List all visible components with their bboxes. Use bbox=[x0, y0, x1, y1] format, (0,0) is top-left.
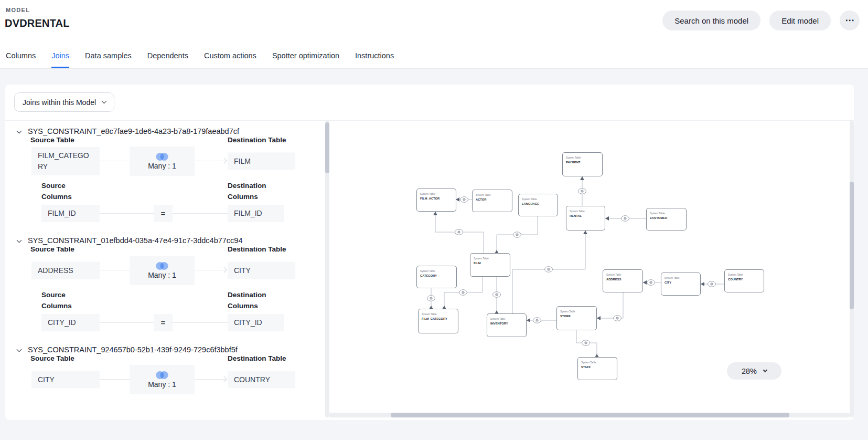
join-line bbox=[173, 213, 228, 214]
er-table-inventory[interactable]: System TableINVENTORY bbox=[487, 314, 527, 337]
join-constraint-name: SYS_CONSTRAINT_e8c7fae9-1de6-4a23-b7a8-1… bbox=[28, 127, 239, 135]
destination-table-value: COUNTRY bbox=[228, 371, 295, 389]
join-group: SYS_CONSTRAINT_924657b0-52b1-439f-9249-7… bbox=[17, 344, 313, 395]
destination-columns-label: Destination Columns bbox=[228, 181, 280, 203]
chevron-down-icon bbox=[763, 368, 767, 372]
er-connector-payment-rental bbox=[578, 176, 586, 206]
er-connector-category-film_category bbox=[427, 288, 435, 309]
chevron-down-icon bbox=[17, 237, 22, 243]
er-table-film_category[interactable]: System TableFILM_CATEGORY bbox=[419, 309, 458, 333]
tab-data-samples[interactable]: Data samples bbox=[85, 51, 132, 68]
er-table-language[interactable]: System TableLANGUAGE bbox=[519, 194, 558, 216]
more-options-button[interactable]: ⋯ bbox=[840, 11, 860, 30]
tab-instructions[interactable]: Instructions bbox=[355, 51, 394, 68]
er-table-type-label: System Table bbox=[422, 313, 437, 316]
tab-dependents[interactable]: Dependents bbox=[147, 51, 188, 68]
destination-columns-label: Destination Columns bbox=[228, 290, 280, 312]
er-table-payment[interactable]: System TablePAYMENT bbox=[563, 153, 603, 176]
joins-toolbar: Joins within this Model bbox=[5, 85, 854, 120]
er-table-film_actor[interactable]: System TableFILM_ACTOR bbox=[417, 189, 456, 212]
er-table-type-label: System Table bbox=[420, 270, 435, 273]
source-table-value: FILM_CATEGORY bbox=[31, 147, 100, 175]
join-constraint-name: SYS_CONSTRAINT_924657b0-52b1-439f-9249-7… bbox=[28, 345, 238, 354]
destination-table-label: Destination Table bbox=[228, 135, 286, 146]
tab-bar: ColumnsJoinsData samplesDependentsCustom… bbox=[6, 51, 394, 68]
source-column-value: FILM_ID bbox=[41, 205, 100, 222]
join-columns-row: FILM_ID = FILM_ID bbox=[30, 205, 295, 222]
join-columns-section: Source Columns Destination Columns CITY_… bbox=[30, 289, 295, 331]
er-table-name: CUSTOMER bbox=[650, 216, 668, 219]
er-table-type-label: System Table bbox=[566, 156, 581, 159]
er-connector-language-film bbox=[495, 216, 538, 254]
er-table-type-label: System Table bbox=[650, 212, 665, 215]
er-table-customer[interactable]: System TableCUSTOMER bbox=[647, 208, 687, 231]
tab-columns[interactable]: Columns bbox=[6, 51, 36, 68]
join-group-body: Source Table Destination Table ADDRESS M… bbox=[30, 255, 295, 331]
crow-foot-arrow-icon bbox=[605, 216, 609, 221]
page-title: DVDRENTAL bbox=[5, 17, 70, 29]
er-table-city[interactable]: System TableCITY bbox=[661, 273, 701, 296]
er-connector-address-city bbox=[642, 280, 661, 286]
diagram-hscrollbar-thumb[interactable] bbox=[391, 413, 789, 417]
source-columns-label: Source Columns bbox=[41, 290, 83, 312]
er-table-store[interactable]: System TableSTORE bbox=[557, 307, 597, 330]
er-connector-store-address bbox=[596, 292, 623, 321]
tab-spotter-optimization[interactable]: Spotter optimization bbox=[272, 51, 339, 68]
er-table-film[interactable]: System TableFILM bbox=[470, 254, 510, 277]
tab-joins[interactable]: Joins bbox=[51, 51, 69, 68]
cardinality-label: Many : 1 bbox=[148, 380, 176, 389]
joins-scrollbar-thumb[interactable] bbox=[325, 122, 329, 173]
search-on-model-button[interactable]: Search on this model bbox=[662, 11, 760, 30]
er-table-rental[interactable]: System TableRENTAL bbox=[566, 206, 605, 231]
er-table-name: FILM_ACTOR bbox=[420, 197, 440, 200]
joins-scope-dropdown[interactable]: Joins within this Model bbox=[14, 92, 114, 112]
er-table-actor[interactable]: System TableACTOR bbox=[473, 190, 512, 212]
destination-table-value: CITY bbox=[228, 262, 295, 279]
source-columns-label: Source Columns bbox=[41, 181, 83, 203]
crow-foot-arrow-icon bbox=[701, 282, 704, 286]
source-table-label: Source Table bbox=[30, 135, 74, 146]
er-table-country[interactable]: System TableCOUNTRY bbox=[725, 270, 764, 292]
crow-foot-arrow-icon bbox=[527, 318, 530, 322]
crow-foot-arrow-icon bbox=[433, 212, 437, 215]
er-table-category[interactable]: System TableCATEGORY bbox=[417, 266, 457, 288]
join-column-labels-row: Source Columns Destination Columns bbox=[30, 289, 295, 313]
er-connector-film_actor-film bbox=[433, 211, 484, 253]
model-kicker: MODEL bbox=[6, 7, 30, 13]
destination-table-label: Destination Table bbox=[228, 353, 286, 364]
source-table-value: ADDRESS bbox=[31, 262, 100, 279]
joins-list-pane: SYS_CONSTRAINT_e8c7fae9-1de6-4a23-b7a8-1… bbox=[5, 121, 325, 413]
diagram-vscrollbar-thumb[interactable] bbox=[850, 182, 854, 309]
join-columns-row: CITY_ID = CITY_ID bbox=[30, 314, 295, 331]
cardinality-box: Many : 1 bbox=[130, 256, 195, 285]
er-table-name: COUNTRY bbox=[728, 278, 743, 281]
er-table-address[interactable]: System TableADDRESS bbox=[603, 270, 643, 292]
diagram-zoom-level: 28% bbox=[742, 367, 757, 375]
er-table-name: INVENTORY bbox=[490, 322, 508, 325]
crow-foot-arrow-icon bbox=[583, 231, 587, 234]
er-connector-rental-customer bbox=[605, 216, 646, 222]
er-connector-inventory-store bbox=[526, 318, 556, 323]
join-line bbox=[173, 322, 228, 323]
cardinality-label: Many : 1 bbox=[148, 271, 176, 279]
er-connector-city-country bbox=[700, 281, 724, 287]
destination-table-value: FILM bbox=[228, 153, 295, 170]
er-table-type-label: System Table bbox=[728, 274, 743, 276]
source-table-label: Source Table bbox=[30, 244, 74, 255]
chevron-down-icon bbox=[17, 128, 22, 133]
er-table-name: ACTOR bbox=[476, 198, 487, 201]
crow-foot-arrow-icon bbox=[643, 280, 647, 285]
join-tables-row: Source Table Destination Table ADDRESS M… bbox=[30, 255, 295, 286]
join-tables-row: Source Table Destination Table CITY Many… bbox=[30, 364, 295, 395]
er-table-name: CATEGORY bbox=[420, 274, 437, 277]
join-group: SYS_CONSTRAINT_e8c7fae9-1de6-4a23-b7a8-1… bbox=[17, 126, 313, 222]
header-actions: Search on this model Edit model ⋯ bbox=[662, 11, 860, 30]
er-table-staff[interactable]: System TableSTAFF bbox=[578, 358, 617, 380]
source-column-value: CITY_ID bbox=[41, 314, 100, 331]
join-constraint-name: SYS_CONSTRAINT_01efbdd4-035a-47e4-91c7-3… bbox=[28, 236, 242, 245]
cardinality-label: Many : 1 bbox=[148, 162, 176, 170]
diagram-zoom-control[interactable]: 28% bbox=[727, 362, 781, 380]
page-header: MODEL DVDRENTAL Search on this model Edi… bbox=[0, 0, 868, 69]
edit-model-button[interactable]: Edit model bbox=[769, 11, 831, 30]
tab-custom-actions[interactable]: Custom actions bbox=[204, 51, 256, 68]
